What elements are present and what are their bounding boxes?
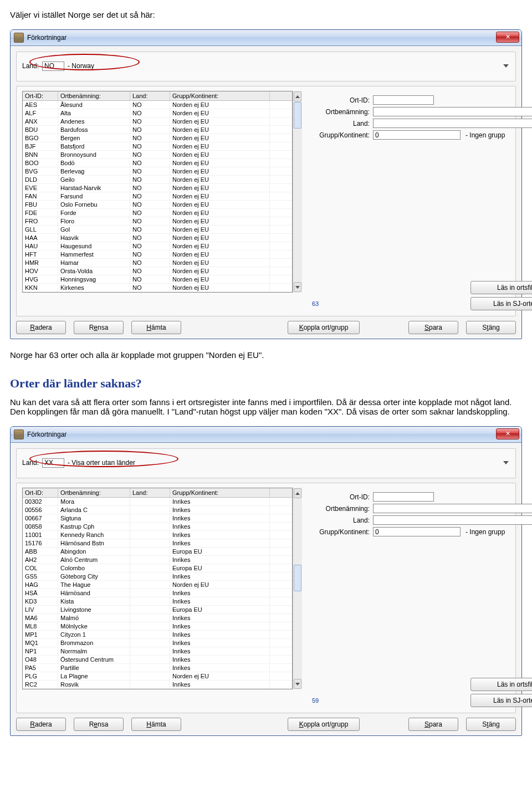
titlebar[interactable]: Förkortningar ✕ xyxy=(11,30,521,46)
table-row[interactable]: LIVLivingstoneEuropa EU xyxy=(23,606,292,614)
table-row[interactable]: BDUBardufossNONorden ej EU xyxy=(23,126,292,134)
scroll-up-button[interactable] xyxy=(294,91,301,101)
col-land[interactable]: Land: xyxy=(130,91,170,100)
spara-button[interactable]: Spara xyxy=(408,718,458,731)
table-row[interactable]: HVGHonningsvagNONorden ej EU xyxy=(23,275,292,284)
table-row[interactable]: AH2Alnö CentrumInrikes xyxy=(23,556,292,564)
close-button[interactable]: ✕ xyxy=(496,32,519,43)
orter-grid[interactable]: Ort-ID: Ortbenämning: Land: Grupp/Kontin… xyxy=(22,488,293,689)
stang-button[interactable]: Stäng xyxy=(466,718,516,731)
table-row[interactable]: NP1NorrmalmInrikes xyxy=(23,647,292,656)
table-row[interactable]: 00858Kastrup CphInrikes xyxy=(23,523,292,531)
col-ortbenamning[interactable]: Ortbenämning: xyxy=(58,488,130,497)
table-row[interactable]: KKNKirkenesNONorden ej EU xyxy=(23,284,292,292)
table-row[interactable]: BVGBerlevagNONorden ej EU xyxy=(23,167,292,176)
form-ortid-input[interactable] xyxy=(373,95,434,105)
las-in-sj-button[interactable]: Läs in SJ-orter xyxy=(470,297,532,310)
table-row[interactable]: HAAHasvikNONorden ej EU xyxy=(23,234,292,242)
table-row[interactable]: RC2RosvikInrikes xyxy=(23,681,292,689)
scroll-thumb[interactable] xyxy=(294,102,301,129)
scroll-thumb[interactable] xyxy=(294,565,301,591)
table-row[interactable]: KD3KistaInrikes xyxy=(23,597,292,606)
form-land-input[interactable] xyxy=(373,515,532,525)
form-ortbenamning-input[interactable] xyxy=(373,504,532,513)
rensa-button[interactable]: Rensa xyxy=(74,718,124,731)
hamta-button[interactable]: Hämta xyxy=(131,321,181,334)
table-row[interactable]: PA5PartilleInrikes xyxy=(23,664,292,672)
table-row[interactable]: DLDGeiloNONorden ej EU xyxy=(23,176,292,184)
table-row[interactable]: FBUOslo FornebuNONorden ej EU xyxy=(23,201,292,209)
table-row[interactable]: ML8MölnlyckeInrikes xyxy=(23,622,292,631)
land-code-input[interactable] xyxy=(42,458,64,468)
table-row[interactable]: GLLGolNONorden ej EU xyxy=(23,226,292,234)
col-land[interactable]: Land: xyxy=(130,488,170,497)
form-ortbenamning-input[interactable] xyxy=(373,107,532,116)
table-row[interactable]: FDEFordeNONorden ej EU xyxy=(23,209,292,217)
table-row[interactable]: ALFAltaNONorden ej EU xyxy=(23,109,292,117)
titlebar[interactable]: Förkortningar ✕ xyxy=(11,427,521,443)
table-row[interactable]: 11001Kennedy RanchInrikes xyxy=(23,531,292,539)
hamta-button[interactable]: Hämta xyxy=(131,718,181,731)
col-ortbenamning[interactable]: Ortbenämning: xyxy=(58,91,130,100)
radera-button[interactable]: Radera xyxy=(16,718,66,731)
land-code-input[interactable] xyxy=(42,62,64,71)
table-row[interactable]: 00302MoraInrikes xyxy=(23,498,292,506)
table-row[interactable]: MP1Cityzon 1Inrikes xyxy=(23,631,292,639)
las-in-sj-button[interactable]: Läs in SJ-orter xyxy=(470,694,532,707)
form-grupp-code[interactable] xyxy=(373,527,461,536)
scrollbar[interactable] xyxy=(293,488,302,689)
col-grupp[interactable]: Grupp/Kontinent: xyxy=(170,91,270,100)
las-in-ortsfil-button[interactable]: Läs in ortsfil xyxy=(470,678,532,691)
table-row[interactable]: FANFarsundNONorden ej EU xyxy=(23,192,292,201)
table-row[interactable]: MA6MalmöInrikes xyxy=(23,614,292,622)
cell: Alta xyxy=(58,109,130,117)
table-row[interactable]: PLGLa PlagneNorden ej EU xyxy=(23,672,292,681)
las-in-ortsfil-button[interactable]: Läs in ortsfil xyxy=(470,281,532,294)
table-row[interactable]: HFTHammerfestNONorden ej EU xyxy=(23,250,292,259)
cell: Hasvik xyxy=(58,234,130,242)
table-row[interactable]: BNNBronnoysundNONorden ej EU xyxy=(23,151,292,159)
table-row[interactable]: 00556Arlanda CInrikes xyxy=(23,506,292,514)
table-row[interactable]: ABBAbingdonEuropa EU xyxy=(23,548,292,556)
table-row[interactable]: FROFloroNONorden ej EU xyxy=(23,217,292,226)
form-ortid-input[interactable] xyxy=(373,492,434,502)
table-row[interactable]: COLColomboEuropa EU xyxy=(23,564,292,572)
orter-grid[interactable]: Ort-ID: Ortbenämning: Land: Grupp/Kontin… xyxy=(22,91,293,293)
col-ort-id[interactable]: Ort-ID: xyxy=(23,488,58,497)
table-row[interactable]: GS5Göteborg CityInrikes xyxy=(23,572,292,581)
stang-button[interactable]: Stäng xyxy=(466,321,516,334)
form-land-input[interactable] xyxy=(373,119,532,128)
table-row[interactable]: HAGThe HagueNorden ej EU xyxy=(23,581,292,589)
col-ort-id[interactable]: Ort-ID: xyxy=(23,91,58,100)
table-row[interactable]: HAUHaugesundNONorden ej EU xyxy=(23,242,292,250)
scroll-up-button[interactable] xyxy=(294,488,301,498)
col-grupp[interactable]: Grupp/Kontinent: xyxy=(170,488,270,497)
table-row[interactable]: HSÄHärnösandInrikes xyxy=(23,589,292,597)
table-row[interactable]: 00667SigtunaInrikes xyxy=(23,514,292,523)
table-row[interactable]: O48Östersund CentrumInrikes xyxy=(23,656,292,664)
table-row[interactable]: HOVOrsta-VoldaNONorden ej EU xyxy=(23,267,292,275)
dropdown-icon[interactable] xyxy=(503,461,509,464)
table-row[interactable]: HMRHamarNONorden ej EU xyxy=(23,259,292,267)
koppla-button[interactable]: Koppla ort/grupp xyxy=(288,321,360,334)
table-row[interactable]: ANXAndenesNONorden ej EU xyxy=(23,117,292,126)
radera-button[interactable]: Radera xyxy=(16,321,66,334)
form-grupp-code[interactable] xyxy=(373,130,461,140)
dropdown-icon[interactable] xyxy=(503,64,509,68)
close-button[interactable]: ✕ xyxy=(496,428,519,439)
table-row[interactable]: BJFBatsfjordNONorden ej EU xyxy=(23,142,292,151)
rensa-button[interactable]: Rensa xyxy=(74,321,124,334)
table-row[interactable]: EVEHarstad-NarvikNONorden ej EU xyxy=(23,184,292,192)
cell: Norden ej EU xyxy=(170,217,270,225)
table-row[interactable]: 15176Härnösand BstnInrikes xyxy=(23,539,292,548)
table-row[interactable]: BOOBodöNONorden ej EU xyxy=(23,159,292,167)
table-row[interactable]: AESÅlesundNONorden ej EU xyxy=(23,101,292,109)
scroll-down-button[interactable] xyxy=(294,679,301,689)
scrollbar[interactable] xyxy=(293,91,302,293)
spara-button[interactable]: Spara xyxy=(408,321,458,334)
table-row[interactable]: BGOBergenNONorden ej EU xyxy=(23,134,292,142)
scroll-down-button[interactable] xyxy=(294,282,301,292)
table-row[interactable]: MQ1BrommazonInrikes xyxy=(23,639,292,647)
koppla-button[interactable]: Koppla ort/grupp xyxy=(288,718,360,731)
cell: Inrikes xyxy=(170,531,270,539)
